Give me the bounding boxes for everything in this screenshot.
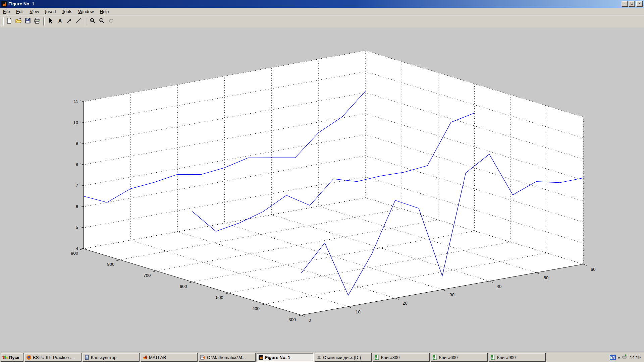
text-a-icon: A <box>57 17 63 25</box>
taskbar-button-matlab[interactable]: MATLAB <box>141 353 198 362</box>
menu-edit[interactable]: Edit <box>13 8 26 15</box>
removable-disk-icon <box>316 355 322 360</box>
menu-file[interactable]: File <box>0 8 13 15</box>
arrow-tool-button[interactable] <box>65 17 74 26</box>
tick-label: 600 <box>180 284 187 289</box>
taskbar-button-книга300[interactable]: XКнига300 <box>373 353 430 362</box>
tray-overflow-chevron[interactable]: « <box>618 355 621 360</box>
line-tool-button[interactable] <box>74 17 83 26</box>
windows-logo-icon <box>2 355 8 360</box>
new-document-icon <box>6 17 12 25</box>
zoom-out-button[interactable] <box>97 17 106 26</box>
menu-view[interactable]: View <box>26 8 42 15</box>
tick-label: 50 <box>544 275 548 280</box>
task-buttons: BSTU-IIT: Practice ...КалькуляторMATLABC… <box>23 353 546 362</box>
safely-remove-hardware-icon[interactable] <box>622 354 627 361</box>
matlab-editor-icon <box>200 355 206 360</box>
new-figure-button[interactable] <box>5 17 13 26</box>
rotate-3d-button[interactable] <box>107 17 115 26</box>
figure-client-area: 4567891011900800700600500400300010203040… <box>0 27 644 352</box>
taskbar-button-калькулятор[interactable]: Калькулятор <box>83 353 140 362</box>
tick-label: 400 <box>252 306 260 311</box>
start-button[interactable]: Пуск <box>1 353 23 362</box>
zoom-in-button[interactable] <box>88 17 97 26</box>
matlab-icon <box>142 355 148 360</box>
taskbar-button-c-mathematics-m-[interactable]: C:\Mathematics\M... <box>199 353 256 362</box>
axes-3d-plot: 4567891011900800700600500400300010203040… <box>0 27 644 352</box>
open-file-button[interactable] <box>14 17 23 26</box>
taskbar-button-книга900[interactable]: XКнига900 <box>489 353 546 362</box>
calculator-icon <box>84 355 90 360</box>
tick-label: 9 <box>76 141 78 146</box>
print-figure-button[interactable] <box>33 17 42 26</box>
minimize-button[interactable]: ─ <box>622 1 628 7</box>
matlab-figure-icon <box>1 1 7 7</box>
taskbar-button-label: C:\Mathematics\M... <box>207 355 246 360</box>
zoom-in-icon <box>89 17 96 25</box>
toolbar-separator <box>43 17 45 25</box>
tick-label: 11 <box>74 99 78 104</box>
figure-toolbar: A <box>0 15 644 28</box>
excel-icon: X <box>374 355 380 360</box>
toolbar-grip[interactable] <box>1 17 3 26</box>
rotate-3d-icon <box>108 17 114 25</box>
svg-text:X: X <box>433 356 435 359</box>
toolbar-separator <box>85 17 86 25</box>
taskbar-button-label: Книга900 <box>497 355 516 360</box>
tick-label: 7 <box>76 183 78 188</box>
window-controls: ─❏✕ <box>621 1 643 7</box>
line-annotation-icon <box>75 17 82 25</box>
menu-help[interactable]: Help <box>97 8 112 15</box>
text-tool-button[interactable]: A <box>56 17 64 26</box>
taskbar-button-label: MATLAB <box>149 355 166 360</box>
menu-bar: FileEditViewInsertToolsWindowHelp <box>0 8 644 15</box>
taskbar-button-label: BSTU-IIT: Practice ... <box>33 355 73 360</box>
firefox-icon <box>26 355 32 360</box>
pointer-tool-button[interactable] <box>46 17 55 26</box>
taskbar-button-label: Книга300 <box>381 355 399 360</box>
svg-text:X: X <box>375 356 377 359</box>
taskbar: Пуск BSTU-IIT: Practice ...КалькуляторMA… <box>0 352 644 362</box>
tick-label: 900 <box>71 251 78 256</box>
taskbar-button-съемный-диск-d-[interactable]: Съемный диск (D:) <box>315 353 372 362</box>
window-title: Figure No. 1 <box>8 1 35 6</box>
tick-label: 30 <box>450 292 454 297</box>
taskbar-button-bstu-iit-practice-[interactable]: BSTU-IIT: Practice ... <box>24 353 82 362</box>
tick-label: 5 <box>76 225 78 230</box>
excel-icon: X <box>490 355 496 360</box>
tick-label: 8 <box>76 162 78 167</box>
tick-label: 4 <box>76 246 78 251</box>
taskbar-button-label: Книга600 <box>439 355 458 360</box>
menu-insert[interactable]: Insert <box>42 8 59 15</box>
tick-label: 800 <box>107 262 114 267</box>
tick-label: 0 <box>309 318 311 323</box>
language-indicator[interactable]: EN <box>610 355 616 360</box>
taskbar-button-книга600[interactable]: XКнига600 <box>431 353 488 362</box>
svg-text:A: A <box>58 18 62 23</box>
taskbar-button-label: Figure No. 1 <box>265 355 290 360</box>
open-folder-icon <box>15 17 22 25</box>
tick-label: 10 <box>73 120 78 125</box>
taskbar-clock: 14:19 <box>630 355 641 360</box>
close-button[interactable]: ✕ <box>636 1 643 7</box>
tick-label: 20 <box>402 301 407 306</box>
window-titlebar: Figure No. 1 ─❏✕ <box>0 0 644 8</box>
pointer-arrow-icon <box>47 17 54 25</box>
taskbar-button-figure-no-1[interactable]: Figure No. 1 <box>257 353 314 362</box>
system-tray: EN « 14:19 <box>608 353 644 361</box>
menu-tools[interactable]: Tools <box>59 8 75 15</box>
zoom-out-icon <box>98 17 105 25</box>
tick-label: 300 <box>288 317 296 322</box>
save-figure-button[interactable] <box>23 17 32 26</box>
start-button-label: Пуск <box>9 355 19 360</box>
taskbar-button-label: Съемный диск (D:) <box>323 355 361 360</box>
menu-window[interactable]: Window <box>75 8 97 15</box>
tick-label: 60 <box>591 267 595 272</box>
svg-text:X: X <box>491 356 493 359</box>
save-floppy-icon <box>24 17 31 25</box>
matlab-figure-icon <box>258 355 264 360</box>
tick-label: 500 <box>216 295 223 300</box>
tick-label: 700 <box>144 273 151 278</box>
arrow-annotation-icon <box>66 17 73 25</box>
restore-button[interactable]: ❏ <box>629 1 635 7</box>
